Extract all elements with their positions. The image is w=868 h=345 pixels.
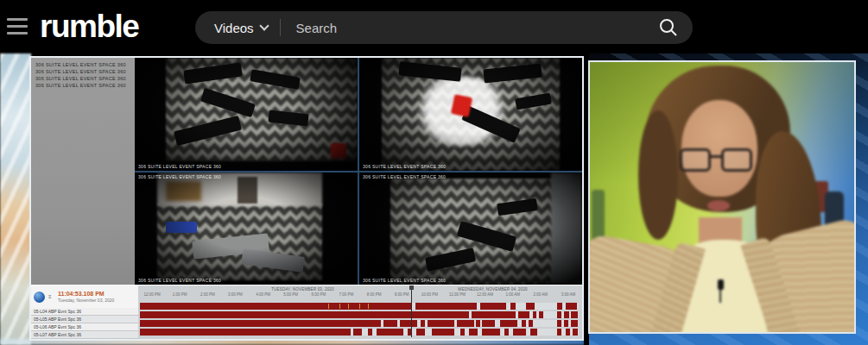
recorded-segment <box>504 329 509 336</box>
recorded-segment <box>539 311 543 318</box>
anchor-mouth <box>707 200 730 211</box>
recorded-segment <box>557 329 561 336</box>
track-label[interactable]: 05-L07 ABP Evnt Spc 36 <box>31 331 138 339</box>
search-category-label: Videos <box>214 21 254 35</box>
cctv-timeline[interactable]: ≡ 11:04:53.108 PM Tuesday, November 03, … <box>31 285 582 339</box>
search-divider <box>280 19 281 36</box>
date-label-left: TUESDAY, NOVEMBER 03, 2020 <box>271 287 334 292</box>
recording-track-bar[interactable] <box>140 329 579 336</box>
sidebar-camera-item[interactable]: 306 SUITE LEVEL EVENT SPACE 360 <box>35 82 135 89</box>
timeline-tick-label: 12:00 AM <box>472 292 499 300</box>
anchor-hair-left <box>638 110 678 240</box>
recorded-segment <box>140 320 381 327</box>
recorded-segment <box>564 320 568 327</box>
timeline-tick-label: 6:00 PM <box>305 292 333 300</box>
search-icon[interactable] <box>658 17 679 38</box>
recorded-segment <box>421 320 425 327</box>
camera-view-bottom-right: 306 SUITE LEVEL EVENT SPACE 360 306 SUIT… <box>359 172 582 285</box>
recorded-segment <box>530 329 537 336</box>
search-input[interactable]: Search <box>284 21 693 35</box>
glasses-left-lens <box>680 148 711 172</box>
track-label-column: 05-L04 ABP Evnt Spc 3605-L05 ABP Evnt Sp… <box>31 308 138 339</box>
anchor-figure <box>590 62 854 332</box>
camera-caption: 306 SUITE LEVEL EVENT SPACE 360 <box>363 164 446 169</box>
timeline-tick-label: 1:00 PM <box>166 292 193 300</box>
recorded-segment <box>518 311 529 318</box>
recorded-segment <box>457 320 474 327</box>
search-category-dropdown[interactable]: Videos <box>195 21 276 35</box>
recorded-segment <box>476 320 480 327</box>
track-label[interactable]: 05-L05 ABP Evnt Spc 36 <box>31 316 138 323</box>
recorded-segment <box>564 311 569 318</box>
date-label-right: WEDNESDAY, NOVEMBER 04, 2020 <box>458 287 528 292</box>
site-header: rumble Videos Search <box>0 0 868 53</box>
recorded-segment <box>377 329 402 336</box>
camera-view-top-left: 306 SUITE LEVEL EVENT SPACE 360 <box>135 58 358 171</box>
recorded-segment <box>557 311 561 318</box>
event-marker <box>348 304 349 309</box>
timeline-playhead[interactable] <box>411 289 412 337</box>
vignette-overlay <box>135 58 358 171</box>
recorded-segment <box>526 303 535 310</box>
recorded-segment <box>573 329 578 336</box>
camera-grid: 306 SUITE LEVEL EVENT SPACE 360 306 SUIT… <box>135 58 582 285</box>
camera-view-top-right: 306 SUITE LEVEL EVENT SPACE 360 <box>359 58 582 171</box>
recorded-segment <box>529 320 533 327</box>
recorded-segment <box>510 303 516 310</box>
recorded-segment <box>416 329 425 336</box>
glasses-bridge <box>710 155 722 158</box>
chevron-down-icon <box>259 21 269 30</box>
recorded-segment <box>522 320 526 327</box>
track-label[interactable]: 05-L04 ABP Evnt Spc 36 <box>31 308 138 316</box>
recording-track-bar[interactable] <box>140 303 579 310</box>
track-label[interactable]: 05-L06 ABP Evnt Spc 36 <box>31 323 138 331</box>
timeline-tracks-area[interactable]: TUESDAY, NOVEMBER 03, 2020 WEDNESDAY, NO… <box>138 285 582 339</box>
event-marker <box>328 304 329 309</box>
sidebar-camera-item[interactable]: 306 SUITE LEVEL EVENT SPACE 360 <box>35 68 135 75</box>
lapel-microphone <box>718 279 724 290</box>
camera-caption: 306 SUITE LEVEL EVENT SPACE 360 <box>363 278 446 283</box>
hamburger-menu-icon[interactable] <box>7 18 28 37</box>
recorded-segment <box>415 303 477 310</box>
recorded-segment <box>460 329 465 336</box>
recording-track-bar[interactable] <box>140 311 579 318</box>
timeline-tick-label: 8:00 PM <box>360 292 388 300</box>
recorded-segment <box>140 303 412 310</box>
timeline-tick-label: 7:00 PM <box>333 292 360 300</box>
event-marker <box>359 304 360 309</box>
recorded-segment <box>513 329 526 336</box>
vignette-overlay <box>359 172 582 285</box>
sidebar-camera-item[interactable]: 306 SUITE LEVEL EVENT SPACE 360 <box>35 61 135 68</box>
glasses-right-lens <box>721 148 752 172</box>
recording-track-bar[interactable] <box>140 320 579 327</box>
timeline-tick-label: 2:00 AM <box>527 292 554 300</box>
studio-backdrop-left <box>0 53 31 345</box>
video-player[interactable]: 306 SUITE LEVEL EVENT SPACE 360306 SUITE… <box>0 53 868 345</box>
vignette-overlay <box>359 58 582 171</box>
camera-caption: 306 SUITE LEVEL EVENT SPACE 360 <box>363 174 446 179</box>
rumble-logo[interactable]: rumble <box>40 9 138 45</box>
timeline-tick-labels: 12:00 PM1:00 PM2:00 PM3:00 PM4:00 PM5:00… <box>138 292 582 300</box>
recorded-segment <box>472 311 516 318</box>
recorded-segment <box>353 329 362 336</box>
vignette-overlay <box>135 172 358 285</box>
sidebar-camera-item[interactable]: 306 SUITE LEVEL EVENT SPACE 360 <box>35 75 135 82</box>
recorded-segment <box>566 303 577 310</box>
timeline-tick-label: 10:00 PM <box>415 292 443 300</box>
recorded-segment <box>400 320 417 327</box>
recording-tracks <box>140 303 579 337</box>
camera-caption: 306 SUITE LEVEL EVENT SPACE 360 <box>138 278 221 283</box>
recorded-segment <box>469 329 478 336</box>
recorded-segment <box>557 303 562 310</box>
recorded-segment <box>571 320 578 327</box>
menu-icon: ≡ <box>48 294 54 299</box>
cctv-sidebar: 306 SUITE LEVEL EVENT SPACE 360306 SUITE… <box>31 58 135 285</box>
timeline-current-time: 11:04:53.108 PM <box>58 291 114 298</box>
timeline-tick-label: 1:00 AM <box>499 292 527 300</box>
recorded-segment <box>500 320 517 327</box>
search-bar[interactable]: Videos Search <box>195 11 693 44</box>
cctv-app-panel: 306 SUITE LEVEL EVENT SPACE 360306 SUITE… <box>29 56 584 341</box>
timeline-tick-label: 3:00 PM <box>221 292 249 300</box>
recorded-segment <box>557 320 561 327</box>
timeline-header: ≡ 11:04:53.108 PM Tuesday, November 03, … <box>31 285 138 308</box>
